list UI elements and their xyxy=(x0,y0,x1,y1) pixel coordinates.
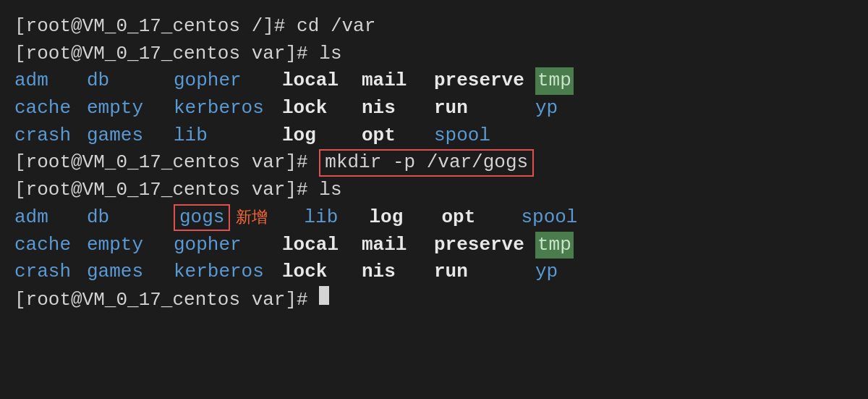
dir-gogs: gogs xyxy=(174,204,230,231)
dir-run-2: run xyxy=(434,259,535,286)
terminal-line-7: [root@VM_0_17_centos var]# ls xyxy=(14,177,854,204)
dir-local-2: local xyxy=(282,232,362,259)
dir-adm: adm xyxy=(14,67,87,95)
prompt-1: [root@VM_0_17_centos /]# xyxy=(14,13,297,41)
dir-lock-1: lock xyxy=(282,95,362,122)
terminal-line-1: [root@VM_0_17_centos /]# cd /var xyxy=(14,13,854,41)
dir-log-2: log xyxy=(369,204,441,232)
dir-lock-2: lock xyxy=(282,259,362,286)
dir-adm-2: adm xyxy=(14,204,87,232)
dir-mail-2: mail xyxy=(362,232,434,259)
ls2-row-3: crash games kerberos lock nis run yp xyxy=(14,259,854,286)
dir-cache-1: cache xyxy=(14,95,87,122)
prompt-6: [root@VM_0_17_centos var]# xyxy=(14,149,319,177)
terminal-window: [root@VM_0_17_centos /]# cd /var [root@V… xyxy=(0,0,868,399)
prompt-final: [root@VM_0_17_centos var]# xyxy=(14,287,319,314)
ls2-row-1: adm db gogs 新增 lib log opt spool xyxy=(14,204,854,232)
dir-cache-2: cache xyxy=(14,232,87,259)
dir-mail: mail xyxy=(362,67,434,95)
new-label: 新增 xyxy=(236,207,301,230)
dir-log-1: log xyxy=(282,122,362,150)
ls-row-2: cache empty kerberos lock nis run yp xyxy=(14,95,854,122)
ls2-row-2: cache empty gopher local mail preserve t… xyxy=(14,232,854,259)
dir-local: local xyxy=(282,67,362,95)
dir-gopher: gopher xyxy=(174,67,282,95)
dir-nis-1: nis xyxy=(362,95,434,122)
dir-db-2: db xyxy=(87,204,174,232)
cursor-blink xyxy=(319,286,329,305)
dir-games-2: games xyxy=(87,259,174,286)
dir-preserve-2: preserve xyxy=(434,232,535,259)
dir-kerberos-2: kerberos xyxy=(174,259,282,286)
dir-opt-1: opt xyxy=(362,122,434,150)
terminal-line-6: [root@VM_0_17_centos var]# mkdir -p /var… xyxy=(14,149,854,177)
dir-crash-2: crash xyxy=(14,259,87,286)
cmd-2: ls xyxy=(319,41,341,68)
cmd-mkdir: mkdir -p /var/gogs xyxy=(319,149,534,176)
dir-tmp-1: tmp xyxy=(535,67,574,95)
prompt-7: [root@VM_0_17_centos var]# xyxy=(14,177,319,204)
dir-yp-1: yp xyxy=(535,95,558,122)
dir-yp-2: yp xyxy=(535,259,558,286)
dir-empty-1: empty xyxy=(87,95,174,122)
dir-games-1: games xyxy=(87,122,174,150)
cmd-ls-2: ls xyxy=(319,177,341,204)
dir-lib-2: lib xyxy=(304,204,369,232)
prompt-2: [root@VM_0_17_centos var]# xyxy=(14,41,319,68)
dir-db: db xyxy=(87,67,174,95)
dir-nis-2: nis xyxy=(362,259,434,286)
dir-crash-1: crash xyxy=(14,122,87,150)
dir-opt-2: opt xyxy=(441,204,521,232)
ls-row-1: adm db gopher local mail preserve tmp xyxy=(14,67,854,95)
dir-empty-2: empty xyxy=(87,232,174,259)
dir-spool-1: spool xyxy=(434,122,490,150)
terminal-line-2: [root@VM_0_17_centos var]# ls xyxy=(14,41,854,68)
terminal-line-final: [root@VM_0_17_centos var]# xyxy=(14,286,854,314)
dir-tmp-2: tmp xyxy=(535,232,574,259)
dir-gopher-2: gopher xyxy=(174,232,282,259)
cmd-1: cd /var xyxy=(297,13,375,41)
dir-spool-2: spool xyxy=(521,204,577,232)
dir-preserve: preserve xyxy=(434,67,535,95)
dir-run-1: run xyxy=(434,95,535,122)
dir-kerberos-1: kerberos xyxy=(174,95,282,122)
dir-lib-1: lib xyxy=(174,122,282,150)
ls-row-3: crash games lib log opt spool xyxy=(14,122,854,150)
